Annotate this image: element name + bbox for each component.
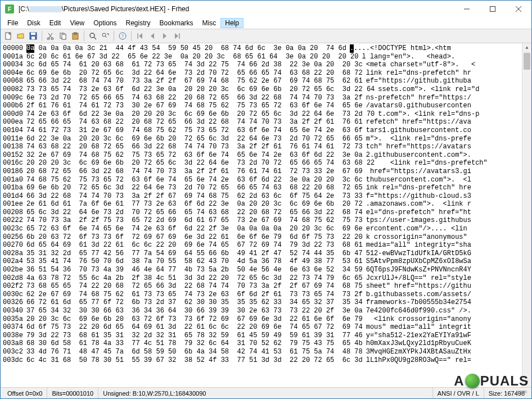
hex-bytes[interactable]: 20 20 20 3c 6c 69 6e 6b 20 72 65 6c 3d 2… xyxy=(26,159,375,167)
help-icon[interactable]: ? xyxy=(117,30,128,42)
hex-row[interactable]: 0010474 61 72 73 31 2e 67 69 74 68 75 62… xyxy=(3,126,529,135)
copy-icon[interactable] xyxy=(57,30,69,42)
hex-bytes[interactable]: 6c 4c 31 68 50 78 30 51 55 39 67 32 38 5… xyxy=(26,356,363,365)
hex-bytes[interactable]: 66 72 61 6d 65 77 6f 72 6b 73 2d 37 62 3… xyxy=(26,298,363,307)
hex-row[interactable]: 003dc6c 4c 31 68 50 78 30 51 55 39 67 32… xyxy=(3,356,529,365)
ascii-cell[interactable]: ink rel="dns-prefetch" hre xyxy=(366,184,471,192)
hex-row[interactable]: 002d84a 63 78 72 55 6c 4a 2b 2f 38 4c 51… xyxy=(3,274,529,283)
cut-icon[interactable] xyxy=(45,30,56,42)
scroll-up-button[interactable]: ▲ xyxy=(522,43,531,53)
hex-bytes[interactable]: 6d 65 64 69 61 3d 22 61 6c 6c 22 20 69 6… xyxy=(26,241,363,250)
menu-options[interactable]: Options xyxy=(89,18,121,28)
hex-row[interactable]: 002f273 68 65 65 74 22 20 68 72 65 66 3d… xyxy=(3,282,529,291)
ascii-cell[interactable]: 512-ewBVwzTidUfkIA/GRtD5kG xyxy=(366,250,471,258)
hex-row[interactable]: 001d466 3d 22 68 74 74 70 73 3a 2f 2f 67… xyxy=(3,192,529,201)
hex-editor[interactable]: 000000a 0a 0a 0a 0a 3c 21 44 4f 43 54 59… xyxy=(1,43,531,387)
hex-bytes[interactable]: 3c 6d 65 74 61 20 63 68 61 72 73 65 74 3… xyxy=(26,61,363,69)
hex-bytes[interactable]: 79 3d 22 73 68 61 35 31 32 2d 32 31 65 7… xyxy=(26,332,363,340)
hex-row[interactable]: 0030c62 2e 67 69 74 68 75 62 61 73 73 65… xyxy=(3,291,529,299)
ascii-cell[interactable]: 7e4200fc646d0f990.css" />. xyxy=(366,307,471,315)
hex-row[interactable]: 0004e6c 69 6e 6b 20 72 65 6c 3d 22 64 6e… xyxy=(3,69,529,78)
ascii-cell[interactable]: y="sha512-21ex2YaEYIYa91wF xyxy=(366,332,471,340)
scroll-thumb[interactable] xyxy=(524,53,530,70)
hex-bytes[interactable]: 74 68 75 62 75 73 65 72 63 6f 6e 74 65 6… xyxy=(26,176,363,184)
hex-bytes[interactable]: 36 51 54 36 70 73 4a 39 46 4e 64 77 4b 7… xyxy=(26,266,363,274)
hex-row[interactable]: 003a868 30 6d 58 61 78 4a 33 77 4c 51 78… xyxy=(3,339,529,348)
menu-edit[interactable]: Edit xyxy=(45,18,66,28)
hex-bytes[interactable]: 69 6e 6b 20 72 65 6c 3d 22 64 6e 73 2d 7… xyxy=(26,184,363,192)
ascii-cell[interactable]: thubusercontent.com">. <l xyxy=(366,176,471,184)
hex-row[interactable]: 001ee2e 61 6d 61 7a 6f 6e 61 77 73 2e 63… xyxy=(3,200,529,208)
scroll-track[interactable] xyxy=(522,53,531,378)
titlebar[interactable]: F [C:\\Pictures\Saved Pictures\text.HEX]… xyxy=(1,1,531,17)
hex-bytes[interactable]: 74 2e 63 6f 6d 22 3e 0a 20 20 20 3c 6c 6… xyxy=(26,110,375,119)
menu-view[interactable]: View xyxy=(65,18,89,28)
ascii-cell[interactable]: tps://user-images.githubus xyxy=(366,216,471,225)
hex-row[interactable]: 003c233 4d 76 71 48 47 45 7a 6d 58 59 50… xyxy=(3,348,529,356)
hex-row[interactable]: 0013874 63 68 22 20 68 72 65 66 3d 22 68… xyxy=(3,143,529,151)
ascii-cell[interactable]: b.githubassets.com/assets/ xyxy=(366,291,471,299)
next-icon[interactable] xyxy=(159,30,170,42)
hex-row[interactable]: 0032666 72 61 6d 65 77 6f 72 6b 73 2d 37… xyxy=(3,298,529,307)
ascii-cell[interactable]: lL1hPx0QU9g28RO3wQ==" rel= xyxy=(366,356,471,365)
ascii-cell[interactable]: S5AtvPpm8zpUXbCpMZ6xOI8wSa xyxy=(366,257,471,266)
hex-row[interactable]: 0015232 2e 67 69 74 68 75 62 75 73 65 72… xyxy=(3,151,529,160)
ascii-cell[interactable]: .amazonaws.com">. <link r xyxy=(366,200,471,208)
ascii-cell[interactable]: f="https://github-cloud.s3 xyxy=(366,192,471,201)
hex-row[interactable]: 0038e79 3d 22 73 68 61 35 31 32 2d 32 31… xyxy=(3,332,529,340)
hex-bytes[interactable]: 2e 61 6d 61 7a 6f 6e 61 77 73 2e 63 6f 6… xyxy=(26,200,363,208)
hex-bytes[interactable]: 6c 20 6c 61 6e 67 3d 22 65 6e 22 3e 0a 2… xyxy=(26,53,359,61)
hex-bytes[interactable]: 6e 73 2d 70 72 65 66 65 74 63 68 22 20 6… xyxy=(26,94,363,102)
vertical-scrollbar[interactable]: ▲ ▼ xyxy=(522,43,531,387)
ascii-cell[interactable]: 6QT6psJ9FNdwKsZ+PNVNncnR4Y xyxy=(366,266,471,274)
scroll-down-button[interactable]: ▼ xyxy=(522,378,531,387)
ascii-cell[interactable]: <link crossorigin="anony xyxy=(366,315,471,324)
hex-row[interactable]: 0008273 73 65 74 73 2e 63 6f 6d 22 3e 0a… xyxy=(3,85,529,94)
hex-bytes[interactable]: 68 30 6d 58 61 78 4a 33 77 4c 51 78 79 3… xyxy=(26,339,363,348)
last-icon[interactable] xyxy=(172,30,183,42)
hex-row[interactable]: 0001a6c 20 6c 61 6e 67 3d 22 65 6e 22 3e… xyxy=(3,53,529,61)
hex-row[interactable]: 001ba69 6e 6b 20 72 65 6c 3d 22 64 6e 73… xyxy=(3,184,529,192)
hex-bytes[interactable]: 65 6c 3d 22 64 6e 73 2d 70 72 65 66 65 7… xyxy=(26,208,363,217)
ascii-cell[interactable]: .....<!DOCTYPE html>.<htm xyxy=(350,44,451,53)
hex-bytes[interactable]: 37 65 34 32 30 30 66 63 36 34 36 64 30 6… xyxy=(26,307,363,315)
ascii-cell[interactable]: media="all" integrity="sha xyxy=(366,241,471,250)
ascii-cell[interactable]: ns-prefetch" href="https:/ xyxy=(366,94,471,102)
ascii-cell[interactable]: 3MvqHGEzmXYPkJ4XBtASauZtHx xyxy=(366,348,471,356)
hex-row[interactable]: 000000a 0a 0a 0a 0a 3c 21 44 4f 43 54 59… xyxy=(3,44,529,53)
ascii-cell[interactable]: ef="https://github.githuba xyxy=(366,77,471,85)
open-icon[interactable] xyxy=(15,30,26,42)
new-icon[interactable] xyxy=(3,30,14,42)
hex-row[interactable]: 0035a20 20 3c 6c 69 6e 6b 20 63 72 6f 73… xyxy=(3,315,529,324)
hex-bytes[interactable]: 53 35 41 74 76 50 70 6d 38 7a 70 55 58 6… xyxy=(26,257,363,266)
hex-row[interactable]: 0006865 66 3d 22 68 74 74 70 73 3a 2f 2f… xyxy=(3,77,529,85)
ascii-cell[interactable]: el="dns-prefetch" href="ht xyxy=(366,208,471,217)
hex-bytes[interactable]: 66 3d 22 68 74 74 70 73 3a 2f 2f 67 69 7… xyxy=(26,192,363,201)
ascii-cell[interactable]: refetch" href="https://ava xyxy=(366,118,471,126)
hex-bytes[interactable]: 35 31 32 2d 65 77 42 56 77 7a 54 69 64 5… xyxy=(26,250,363,258)
hex-bytes[interactable]: 6c 69 6e 6b 20 72 65 6c 3d 22 64 6e 73 2… xyxy=(26,69,363,78)
paste-icon[interactable] xyxy=(70,30,81,42)
ascii-cell[interactable]: tch" href="https://avatars xyxy=(366,143,471,151)
hex-bytes[interactable]: 65 66 3d 22 68 74 74 70 73 3a 2f 2f 67 6… xyxy=(26,77,363,85)
hex-bytes[interactable]: 6d 6f 75 73 22 20 6d 65 64 69 61 3d 22 6… xyxy=(26,323,363,332)
hex-row[interactable]: 0018620 68 72 65 66 3d 22 68 74 74 70 73… xyxy=(3,167,529,176)
ascii-cell[interactable]: 2.githubusercontent.com">. xyxy=(366,151,471,160)
hex-row[interactable]: 0034037 65 34 32 30 30 66 63 36 34 36 64… xyxy=(3,307,529,315)
hex-bytes[interactable]: 6b 20 63 72 6f 73 73 6f 72 69 67 69 6e 3… xyxy=(26,233,363,242)
menu-help[interactable]: Help xyxy=(220,18,244,28)
ascii-cell[interactable]: href="https://avatars3.gi xyxy=(366,167,471,176)
hex-row[interactable]: 000ea72 65 66 65 74 63 68 22 20 68 72 65… xyxy=(3,118,529,126)
prev-icon[interactable] xyxy=(147,30,158,42)
hex-bytes[interactable]: 65 72 63 6f 6e 74 65 6e 74 2e 63 6f 6d 2… xyxy=(26,225,363,233)
hex-bytes[interactable]: 74 61 72 73 31 2e 67 69 74 68 75 62 75 7… xyxy=(26,126,363,135)
menu-file[interactable]: File xyxy=(3,18,22,28)
ascii-cell[interactable]: m">. <link rel="dns-prefe xyxy=(366,135,471,143)
hex-row[interactable]: 000b62f 61 76 61 74 61 72 73 30 2e 67 69… xyxy=(3,102,529,110)
menu-registry[interactable]: Registry xyxy=(121,18,155,28)
close-button[interactable] xyxy=(506,1,531,17)
hex-bytes[interactable]: 73 73 65 74 73 2e 63 6f 6d 22 3e 0a 20 2… xyxy=(26,85,375,94)
ascii-cell[interactable]: <meta charset="utf-8">. < xyxy=(366,61,475,69)
hex-row[interactable]: 0022274 70 73 3a 2f 2f 75 73 65 72 2d 69… xyxy=(3,216,529,225)
menu-misc[interactable]: Misc xyxy=(198,18,221,28)
